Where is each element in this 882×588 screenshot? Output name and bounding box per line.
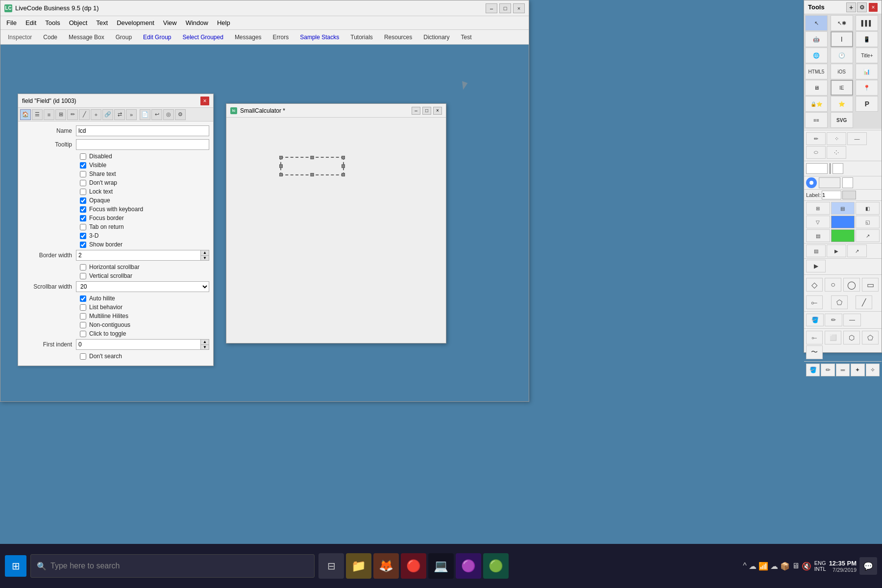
- tool-e3[interactable]: ↗: [847, 245, 867, 257]
- tab-inspector[interactable]: Inspector: [2, 31, 37, 43]
- handle-mid-right[interactable]: [342, 165, 345, 168]
- tool-play[interactable]: ▶: [806, 260, 826, 272]
- menu-view[interactable]: View: [159, 18, 181, 28]
- taskbar-app-files[interactable]: 📁: [346, 553, 371, 579]
- tool-e1[interactable]: ▤: [806, 245, 826, 257]
- first-indent-down[interactable]: ▼: [200, 344, 209, 350]
- tool-field[interactable]: I: [831, 31, 853, 47]
- border-width-input[interactable]: [76, 250, 200, 261]
- tool-g2[interactable]: ▤: [831, 202, 855, 215]
- tool-graph[interactable]: 📊: [856, 64, 878, 79]
- tab-errors[interactable]: Errors: [268, 31, 294, 43]
- insp-pen-icon[interactable]: ✏: [67, 109, 78, 120]
- menu-development[interactable]: Development: [113, 18, 158, 28]
- insp-home-icon[interactable]: 🏠: [20, 109, 31, 120]
- menu-object[interactable]: Object: [65, 18, 92, 28]
- tray-cloud1[interactable]: ☁: [749, 562, 757, 571]
- tool-g3[interactable]: ◧: [856, 202, 880, 215]
- smallcalc-maximize[interactable]: □: [422, 107, 431, 115]
- first-indent-up[interactable]: ▲: [200, 339, 209, 344]
- tools-add-button[interactable]: +: [846, 2, 856, 12]
- tab-select-grouped[interactable]: Select Grouped: [177, 31, 228, 43]
- insp-target-icon[interactable]: ◎: [163, 109, 174, 120]
- tray-wifi[interactable]: 📶: [759, 562, 768, 571]
- tool-polygon2[interactable]: ⬠: [862, 331, 879, 344]
- border-width-up[interactable]: ▲: [200, 250, 209, 255]
- tool-barcode[interactable]: ▌▌▌: [856, 15, 878, 31]
- maximize-button[interactable]: □: [499, 3, 511, 13]
- taskbar-app-terminal[interactable]: 💻: [428, 553, 454, 579]
- tray-screen[interactable]: 🖥: [792, 562, 800, 570]
- tool-radio-blue[interactable]: [806, 177, 817, 188]
- tool-grid-rows[interactable]: ≡≡: [805, 112, 828, 128]
- tool-title-strip[interactable]: Title+: [856, 48, 878, 63]
- visible-checkbox[interactable]: [80, 162, 86, 169]
- start-button[interactable]: ⊞: [5, 555, 26, 577]
- shape-circle-solid[interactable]: ◯: [843, 278, 860, 292]
- label-input[interactable]: [822, 191, 841, 199]
- tool-polygon[interactable]: ⬠: [831, 295, 848, 309]
- tool-lines[interactable]: —: [847, 132, 867, 145]
- border-width-down[interactable]: ▼: [200, 255, 209, 261]
- handle-top-right[interactable]: [342, 156, 345, 159]
- tab-test[interactable]: Test: [456, 31, 477, 43]
- shape-circle-outline[interactable]: ○: [825, 278, 841, 292]
- swatch-blue-big[interactable]: [831, 216, 855, 228]
- focuskbd-checkbox[interactable]: [80, 206, 86, 213]
- menu-window[interactable]: Window: [182, 18, 212, 28]
- tool-clock[interactable]: 🕐: [831, 48, 853, 63]
- tool-html5[interactable]: HTML5: [805, 64, 828, 79]
- insp-arrows-icon[interactable]: ⇄: [114, 109, 125, 120]
- tool-dots-circle[interactable]: ⁘: [827, 132, 846, 145]
- tool-map[interactable]: 📍: [856, 80, 878, 96]
- label-swatch[interactable]: [842, 191, 856, 199]
- menu-edit[interactable]: Edit: [22, 18, 40, 28]
- minimize-button[interactable]: –: [486, 3, 497, 13]
- tool-line-draw[interactable]: ╱: [856, 295, 872, 309]
- tool-arrow-select[interactable]: ↖✱: [831, 15, 853, 31]
- tool-line-paint[interactable]: —: [843, 314, 861, 326]
- notification-center[interactable]: 💬: [859, 557, 877, 575]
- tool-fill[interactable]: ⬡: [843, 331, 860, 344]
- hscroll-checkbox[interactable]: [80, 264, 86, 270]
- tool-eraser[interactable]: ⬜: [825, 331, 841, 344]
- tool-curve[interactable]: 〜: [806, 345, 823, 359]
- menu-help[interactable]: Help: [213, 18, 234, 28]
- tool-stars[interactable]: ⭐: [831, 96, 853, 112]
- swatch-white[interactable]: [806, 163, 828, 174]
- tool-pencil2[interactable]: ✏: [821, 364, 834, 376]
- tool-browser[interactable]: IE: [831, 80, 853, 96]
- inspector-close-button[interactable]: ×: [200, 97, 209, 105]
- insp-gear-icon[interactable]: ⚙: [175, 109, 186, 120]
- smallcalc-close[interactable]: ×: [433, 107, 442, 115]
- multihilite-checkbox[interactable]: [80, 313, 86, 319]
- insp-table-icon[interactable]: ⊞: [55, 109, 66, 120]
- listbehavior-checkbox[interactable]: [80, 304, 86, 311]
- tool-lasso[interactable]: ⟜: [806, 295, 823, 309]
- opaque-checkbox[interactable]: [80, 197, 86, 204]
- tool-arrow[interactable]: ↖: [805, 15, 828, 31]
- tool-lasso2[interactable]: ⟜: [806, 331, 823, 344]
- showborder-checkbox[interactable]: [80, 242, 86, 248]
- swatch-green[interactable]: [831, 229, 855, 242]
- tool-star2[interactable]: ✧: [866, 364, 880, 376]
- tab-resources[interactable]: Resources: [379, 31, 417, 43]
- tab-group[interactable]: Group: [110, 31, 137, 43]
- insp-lines-icon[interactable]: ≡: [44, 109, 54, 120]
- tool-g5[interactable]: ◱: [856, 216, 880, 228]
- name-input[interactable]: [76, 125, 209, 136]
- shape-diamond[interactable]: ◇: [806, 278, 823, 292]
- tray-speaker[interactable]: 🔇: [802, 562, 811, 571]
- threed-checkbox[interactable]: [80, 233, 86, 239]
- taskbar-app-purple[interactable]: 🟣: [456, 553, 481, 579]
- handle-top-mid[interactable]: [311, 156, 314, 159]
- tabreturn-checkbox[interactable]: [80, 224, 86, 230]
- tool-lock[interactable]: 🔒⭐: [805, 96, 828, 112]
- clicktoggle-checkbox[interactable]: [80, 331, 86, 337]
- handle-top-left[interactable]: [279, 156, 283, 159]
- menu-text[interactable]: Text: [92, 18, 112, 28]
- tray-up-arrow[interactable]: ^: [743, 562, 747, 570]
- swatch-white3[interactable]: [842, 177, 853, 188]
- close-button[interactable]: ×: [513, 3, 525, 13]
- insp-script-icon[interactable]: 📄: [140, 109, 150, 120]
